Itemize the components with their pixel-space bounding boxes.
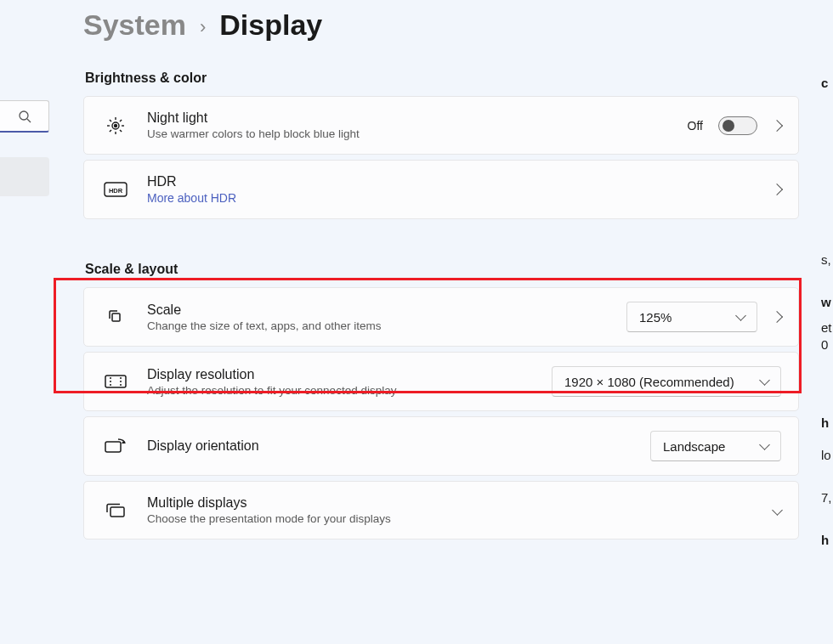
svg-rect-15: [105, 376, 126, 387]
edge-fragment: s,: [821, 253, 833, 266]
row-subtitle: Change the size of text, apps, and other…: [147, 319, 626, 332]
breadcrumb: System › Display: [83, 8, 799, 42]
chevron-down-icon: [735, 310, 746, 321]
row-night-light[interactable]: Night light Use warmer colors to help bl…: [83, 96, 799, 155]
select-value: 125%: [639, 310, 672, 325]
row-title: Display orientation: [147, 438, 650, 454]
night-light-icon: [103, 116, 128, 136]
edge-fragment: w: [821, 296, 833, 308]
row-multiple-displays[interactable]: Multiple displays Choose the presentatio…: [83, 481, 799, 539]
svg-point-0: [20, 111, 28, 120]
chevron-right-icon[interactable]: [771, 119, 783, 131]
hdr-more-link[interactable]: More about HDR: [147, 191, 773, 205]
edge-fragment: c: [821, 76, 833, 89]
resolution-select[interactable]: 1920 × 1080 (Recommended): [552, 366, 781, 397]
svg-line-1: [27, 119, 31, 122]
svg-point-3: [114, 123, 117, 127]
orientation-icon: [103, 437, 128, 455]
row-title: Scale: [147, 302, 626, 318]
page-title: Display: [219, 8, 322, 42]
select-value: 1920 × 1080 (Recommended): [564, 375, 734, 389]
svg-line-11: [120, 119, 122, 121]
edge-fragment: h: [821, 416, 833, 429]
breadcrumb-parent[interactable]: System: [83, 8, 186, 42]
row-subtitle: Adjust the resolution to fit your connec…: [147, 384, 552, 397]
search-icon: [18, 110, 31, 123]
section-scale-title: Scale & layout: [85, 257, 799, 277]
select-value: Landscape: [663, 439, 725, 454]
chevron-right-icon[interactable]: [771, 311, 783, 323]
svg-line-10: [110, 130, 111, 132]
svg-text:HDR: HDR: [109, 187, 123, 195]
row-scale[interactable]: Scale Change the size of text, apps, and…: [83, 287, 799, 347]
toggle-label: Off: [688, 119, 703, 133]
night-light-toggle[interactable]: [718, 116, 757, 135]
chevron-down-icon: [759, 375, 770, 386]
edge-fragment: h: [821, 534, 833, 546]
row-hdr[interactable]: HDR HDR More about HDR: [83, 160, 799, 219]
row-title: HDR: [147, 174, 773, 189]
row-orientation[interactable]: Display orientation Landscape: [83, 416, 799, 476]
scale-icon: [103, 307, 128, 327]
chevron-down-icon[interactable]: [772, 505, 783, 516]
edge-fragment: lo: [821, 449, 833, 461]
svg-line-9: [120, 130, 122, 132]
orientation-select[interactable]: Landscape: [650, 431, 781, 461]
row-title: Multiple displays: [147, 495, 774, 511]
multiple-displays-icon: [103, 502, 128, 519]
row-title: Display resolution: [147, 367, 552, 382]
chevron-right-icon: ›: [200, 16, 206, 38]
row-resolution[interactable]: Display resolution Adjust the resolution…: [83, 352, 799, 411]
section-brightness-title: Brightness & color: [85, 71, 799, 86]
svg-rect-14: [112, 314, 120, 321]
row-subtitle: Use warmer colors to help block blue lig…: [147, 127, 688, 140]
row-subtitle: Choose the presentation mode for your di…: [147, 512, 774, 525]
sidebar-search-stub[interactable]: [0, 100, 49, 133]
row-title: Night light: [147, 110, 688, 126]
edge-fragment: 0: [821, 338, 833, 351]
svg-line-8: [110, 119, 111, 121]
edge-fragment: 7,: [821, 491, 833, 504]
resolution-icon: [103, 373, 128, 390]
scale-select[interactable]: 125%: [626, 302, 757, 332]
svg-rect-18: [105, 442, 121, 452]
svg-rect-19: [110, 507, 124, 517]
sidebar-selected-stub[interactable]: [0, 157, 49, 196]
hdr-icon: HDR: [103, 182, 128, 197]
chevron-right-icon[interactable]: [771, 184, 783, 195]
chevron-down-icon: [759, 439, 770, 450]
edge-fragment: et: [821, 321, 833, 334]
